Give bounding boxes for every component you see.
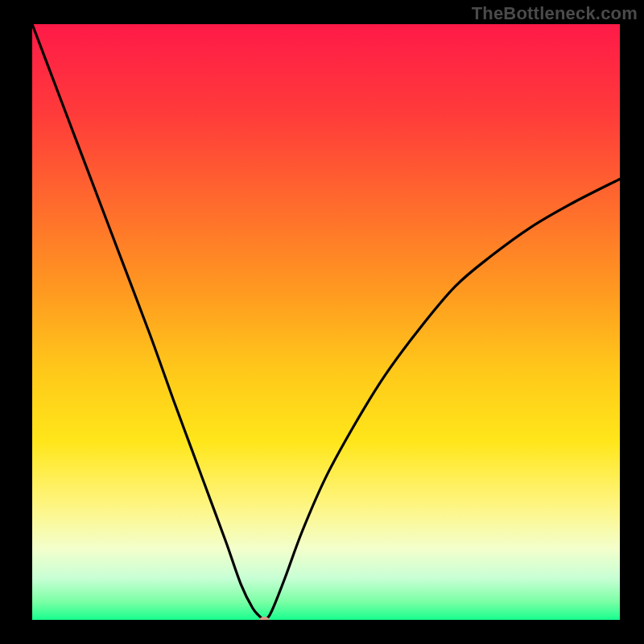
gradient-background — [32, 24, 620, 620]
watermark-text: TheBottleneck.com — [472, 3, 638, 24]
plot-area — [32, 24, 620, 620]
chart-svg — [32, 24, 620, 620]
chart-frame: TheBottleneck.com — [0, 0, 644, 644]
